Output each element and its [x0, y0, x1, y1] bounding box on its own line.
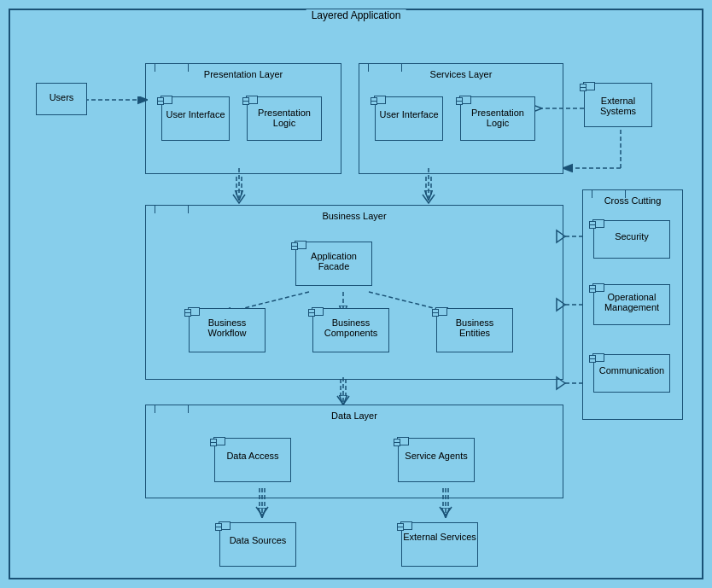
service-agents-box: Service Agents [398, 438, 475, 482]
entities-marker [435, 307, 447, 316]
biz-workflow-box: BusinessWorkflow [189, 308, 266, 352]
workflow-label: BusinessWorkflow [190, 317, 265, 338]
biz-components-box: BusinessComponents [312, 308, 389, 352]
security-label: Security [594, 231, 669, 242]
data-access-label: Data Access [215, 451, 290, 461]
security-marker [592, 219, 604, 228]
crosscutting-container: Cross Cutting Security OperationalManage… [582, 189, 683, 420]
components-label: BusinessComponents [313, 317, 388, 338]
pres-logic-box: PresentationLogic [247, 96, 322, 141]
main-title: Layered Application [306, 9, 406, 21]
comm-label: Communication [594, 365, 669, 376]
external-systems-box: External Systems [584, 83, 652, 127]
app-facade-box: ApplicationFacade [295, 242, 372, 286]
data-layer: Data Layer Data Access Service Agents [145, 405, 563, 498]
data-layer-title: Data Layer [331, 410, 377, 421]
data-access-box: Data Access [214, 438, 291, 482]
biz-entities-box: BusinessEntities [436, 308, 513, 352]
components-marker [312, 307, 324, 316]
ext-sys-marker [583, 82, 595, 90]
data-tab [155, 405, 189, 413]
pres-logic-marker [246, 96, 258, 104]
cc-title: Cross Cutting [604, 195, 662, 206]
svc-tab [368, 63, 402, 72]
svc-logic-box: PresentationLogic [460, 96, 535, 141]
users-box: Users [36, 83, 87, 115]
pres-ui-marker [160, 96, 172, 104]
pres-ui-box: User Interface [161, 96, 230, 141]
services-layer: Services Layer User Interface Presentati… [359, 63, 563, 174]
data-sources-box: Data Sources [219, 522, 296, 567]
pres-layer-title: Presentation Layer [204, 69, 283, 79]
ext-svc-label: External Services [402, 532, 477, 542]
external-systems-label: External Systems [585, 96, 651, 116]
pres-logic-label: PresentationLogic [248, 108, 321, 128]
workflow-marker [188, 307, 200, 316]
biz-tab [155, 205, 189, 213]
op-mgmt-label: OperationalManagement [594, 292, 669, 312]
ext-svc-marker [400, 521, 412, 530]
svc-layer-title: Services Layer [430, 69, 493, 79]
business-layer: Business Layer ApplicationFacade Busines… [145, 205, 563, 380]
security-box: Security [593, 220, 670, 259]
svc-agents-label: Service Agents [399, 451, 474, 461]
data-sources-label: Data Sources [220, 535, 295, 545]
users-label: Users [37, 92, 86, 102]
external-services-box: External Services [401, 522, 478, 567]
pres-ui-label: User Interface [162, 109, 229, 119]
svc-logic-label: PresentationLogic [461, 108, 534, 128]
data-access-marker [213, 437, 225, 445]
op-mgmt-box: OperationalManagement [593, 284, 670, 325]
communication-box: Communication [593, 354, 670, 393]
main-container: Layered Application [9, 9, 703, 579]
presentation-layer: Presentation Layer User Interface Presen… [145, 63, 341, 174]
pres-tab [155, 63, 189, 72]
data-sources-marker [219, 521, 231, 530]
op-mgmt-marker [592, 283, 604, 292]
biz-layer-title: Business Layer [322, 211, 386, 221]
facade-label: ApplicationFacade [296, 251, 371, 271]
svc-logic-marker [459, 96, 471, 104]
svc-ui-marker [374, 96, 386, 104]
facade-marker [295, 241, 306, 249]
entities-label: BusinessEntities [437, 317, 512, 338]
svc-agents-marker [397, 437, 409, 445]
svc-ui-label: User Interface [376, 109, 442, 119]
comm-marker [592, 353, 604, 362]
svc-ui-box: User Interface [375, 96, 443, 141]
